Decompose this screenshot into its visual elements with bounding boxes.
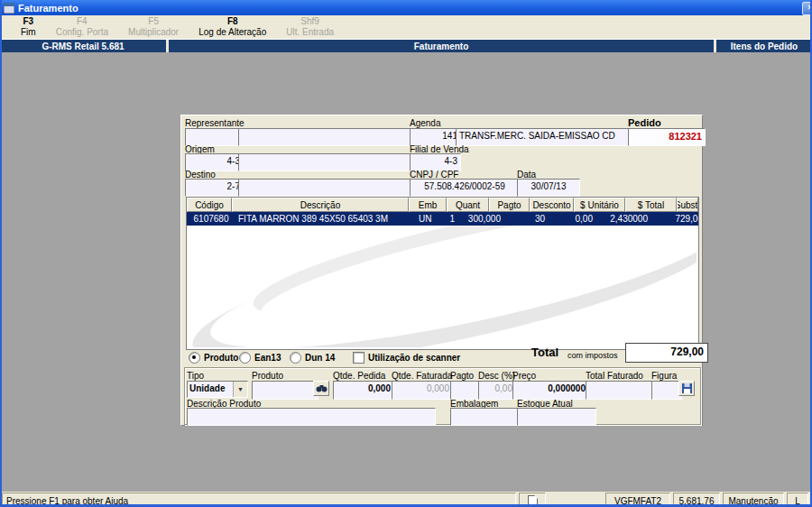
- destino-name-field[interactable]: [238, 179, 411, 197]
- column-header-descricao[interactable]: Descrição: [232, 198, 409, 212]
- total-suffix-label: com impostos: [567, 351, 618, 360]
- total-faturado-label: Total Faturado: [586, 371, 643, 381]
- destino-code-field[interactable]: 2-7: [185, 179, 244, 197]
- origem-code-field[interactable]: 4-3: [185, 153, 244, 171]
- agenda-name-field[interactable]: TRANSF.MERC. SAIDA-EMISSAO CD: [456, 128, 629, 146]
- header-band: G-RMS Retail 5.681 Faturamento Itens do …: [0, 40, 812, 52]
- column-header-pagto[interactable]: Pagto: [489, 198, 530, 212]
- figura-label: Figura: [651, 371, 677, 381]
- radio-icon: [239, 352, 251, 364]
- pedido-number-field: 812321: [628, 128, 706, 146]
- pagto-field: [450, 381, 482, 400]
- tipo-dropdown[interactable]: Unidade ▼: [187, 381, 248, 398]
- column-header-quant[interactable]: Quant: [447, 198, 489, 212]
- header-app-version: G-RMS Retail 5.681: [0, 40, 166, 52]
- data-field[interactable]: 30/07/13: [517, 179, 580, 197]
- preco-field[interactable]: 0,000000: [512, 381, 589, 400]
- column-header-subst[interactable]: Subst.: [677, 198, 698, 212]
- qtde-pedida-field[interactable]: 0,000: [333, 381, 394, 400]
- preco-label: Preço: [512, 371, 536, 381]
- qtde-faturada-field: 0,000: [392, 381, 453, 400]
- representante-code-field[interactable]: [185, 128, 244, 146]
- app-icon: [4, 3, 14, 14]
- desc-pct-label: Desc (%): [478, 371, 515, 381]
- embalagem-field: [450, 408, 519, 426]
- cell-total: 729,00: [651, 212, 699, 226]
- window-title: Faturamento: [18, 3, 78, 14]
- representante-name-field[interactable]: [238, 128, 411, 146]
- pagto-label: Pagto: [450, 371, 474, 381]
- cnpj-cpf-field[interactable]: 57.508.426/0002-59: [410, 179, 520, 197]
- items-grid: Código Descrição Emb Quant Pagto Descont…: [186, 197, 699, 350]
- radio-produto[interactable]: Produto: [189, 352, 238, 364]
- watermark-swoosh: [187, 225, 697, 347]
- cell-descricao: FITA MARRON 389 45X50 65403 3M: [235, 212, 416, 226]
- cell-emb: UN 1: [416, 212, 457, 226]
- cell-unitario: 2,430000: [595, 212, 651, 226]
- qtde-faturada-label: Qtde. Faturada: [392, 371, 452, 381]
- fkey-shf9-ult-entrada: Shf9 Ult. Entrada: [276, 16, 344, 38]
- order-panel: Representante Agenda 141 TRANSF.MERC. SA…: [180, 115, 703, 426]
- application-window: Faturamento × F3 Fim F4 Config. Porta F5…: [0, 0, 812, 507]
- checkbox-icon: [353, 352, 364, 364]
- column-header-total[interactable]: $ Total: [625, 198, 677, 212]
- column-header-emb[interactable]: Emb: [409, 198, 447, 212]
- desc-pct-field: 0,00: [478, 381, 516, 400]
- total-value-box: 729,00: [625, 343, 708, 363]
- pedido-label: Pedido: [628, 117, 661, 128]
- header-screen-title: Faturamento: [169, 40, 714, 52]
- agenda-code-field[interactable]: 141: [410, 128, 461, 146]
- window-border-left: [0, 0, 2, 507]
- produto-label: Produto: [252, 371, 283, 381]
- estoque-atual-field: [517, 408, 596, 426]
- cell-desconto: 0,00: [548, 212, 595, 226]
- cell-codigo: 6107680: [187, 212, 235, 226]
- column-header-desconto[interactable]: Desconto: [530, 198, 574, 212]
- qtde-pedida-label: Qtde. Pedida: [333, 371, 385, 381]
- scanner-checkbox[interactable]: Utilização de scanner: [353, 352, 460, 364]
- save-figure-button[interactable]: [678, 381, 695, 396]
- descricao-produto-field: [187, 408, 436, 426]
- figura-field: [651, 381, 682, 400]
- grid-header-row: Código Descrição Emb Quant Pagto Descont…: [187, 198, 698, 212]
- cell-quant: 300,000: [457, 212, 503, 226]
- fkey-f8-log-alteracao[interactable]: F8 Log de Alteração: [189, 16, 276, 38]
- radio-icon: [290, 352, 301, 364]
- tipo-label: Tipo: [187, 371, 204, 381]
- filial-venda-field[interactable]: 4-3: [410, 153, 461, 171]
- agenda-label: Agenda: [410, 118, 440, 128]
- fkey-f5-multiplicador: F5 Multiplicador: [118, 16, 189, 38]
- floppy-disk-icon: [682, 383, 692, 393]
- title-bar: Faturamento ×: [0, 0, 812, 15]
- fkey-f3-fim[interactable]: F3 Fim: [11, 16, 46, 38]
- search-binoculars-button[interactable]: [313, 381, 329, 396]
- radio-icon: [189, 352, 200, 364]
- fkey-f4-config-porta: F4 Config. Porta: [46, 16, 118, 38]
- representante-label: Representante: [185, 118, 245, 128]
- table-row[interactable]: 6107680 FITA MARRON 389 45X50 65403 3M U…: [187, 212, 698, 226]
- tipo-value: Unidade: [188, 382, 233, 397]
- column-header-unitario[interactable]: $ Unitário: [574, 198, 625, 212]
- produto-field[interactable]: [252, 381, 318, 400]
- radio-dun14[interactable]: Dun 14: [290, 352, 335, 364]
- function-key-toolbar: F3 Fim F4 Config. Porta F5 Multiplicador…: [0, 15, 812, 40]
- column-header-codigo[interactable]: Código: [187, 198, 232, 212]
- cell-pagto: 30: [503, 212, 548, 226]
- radio-ean13[interactable]: Ean13: [239, 352, 281, 364]
- header-section-title: Itens do Pedido: [716, 40, 812, 52]
- origem-name-field[interactable]: [238, 153, 411, 171]
- total-faturado-field: [586, 381, 654, 400]
- binoculars-icon: [316, 384, 328, 392]
- chevron-down-icon[interactable]: ▼: [233, 382, 247, 397]
- total-label: Total: [531, 346, 558, 359]
